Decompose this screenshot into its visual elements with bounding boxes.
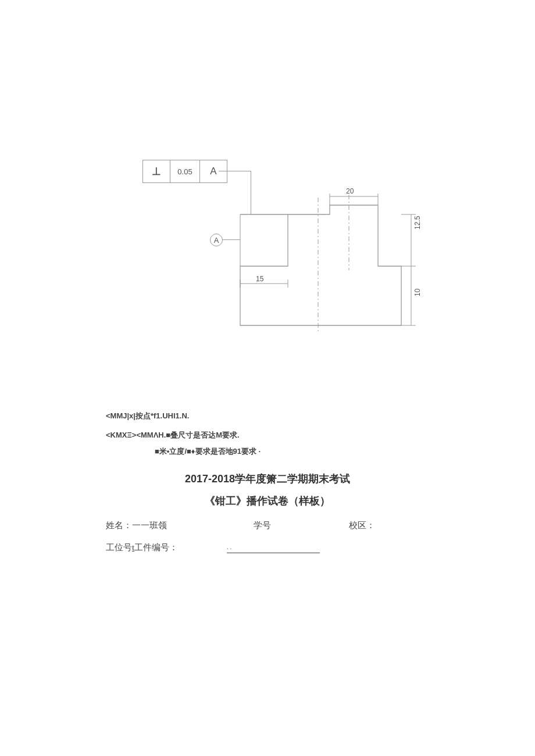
exam-title: 2017-2018学年度箫二学期期末考试 (0, 472, 535, 486)
exam-subtitle: 《钳工》播作试卷（样板） (0, 494, 535, 508)
note-line-2: <KMXΞ><MMΛH.■叠尺寸是否达M要求. (106, 427, 261, 443)
fill-line: . . (227, 543, 320, 553)
dim-right-upper: 12.5 (413, 216, 422, 230)
name-label: 姓名：一一班领 (106, 520, 251, 531)
student-id-label: 学号 (254, 520, 347, 531)
student-info-row: 姓名：一一班领 学号 校区： (106, 520, 431, 531)
workpiece-label: 工件编号： (134, 543, 178, 552)
note-line-3: ■米•立度/■♦要求是否地91要求 · (106, 443, 261, 459)
dim-left: 15 (256, 275, 263, 283)
part-outline (142, 160, 422, 340)
dim-right-lower: 10 (413, 289, 422, 296)
note-line-1: <MMJ|x|按点*f1.UHI1.N. (106, 408, 261, 424)
campus-label: 校区： (349, 520, 375, 531)
dim-top: 20 (346, 187, 354, 195)
notes-block: <MMJ|x|按点*f1.UHI1.N. <KMXΞ><MMΛH.■叠尺寸是否达… (106, 408, 261, 459)
engineering-drawing: ⊥ 0.05 A A (142, 160, 422, 340)
station-label: 工位号 (106, 543, 132, 552)
workpiece-info-row: 工位号t工件编号： . . (106, 542, 431, 553)
title-block: 2017-2018学年度箫二学期期末考试 《钳工》播作试卷（样板） (0, 472, 535, 508)
